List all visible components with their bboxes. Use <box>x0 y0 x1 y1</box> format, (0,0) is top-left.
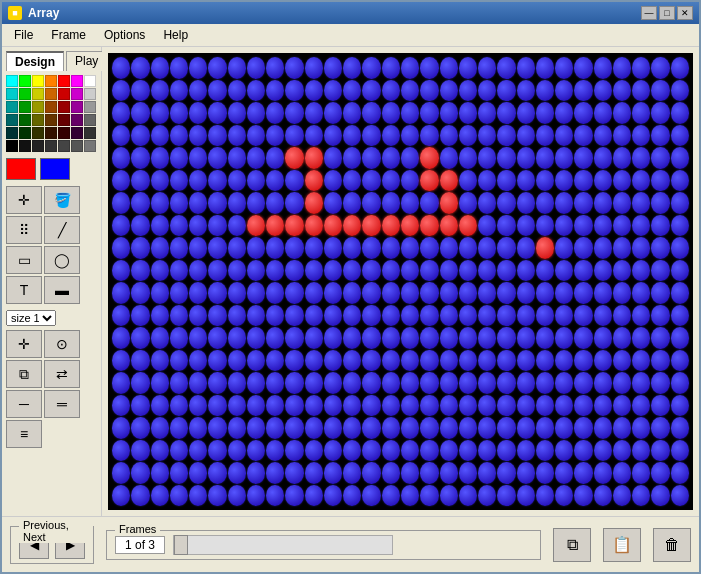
led-cell[interactable] <box>632 80 650 102</box>
led-cell[interactable] <box>324 485 342 507</box>
led-cell[interactable] <box>632 417 650 439</box>
led-cell[interactable] <box>420 102 438 124</box>
led-cell[interactable] <box>497 125 515 147</box>
led-cell[interactable] <box>555 372 573 394</box>
led-cell[interactable] <box>285 462 303 484</box>
eyedropper-tool[interactable]: ✛ <box>6 186 42 214</box>
led-cell[interactable] <box>497 372 515 394</box>
led-cell[interactable] <box>343 485 361 507</box>
led-cell[interactable] <box>555 260 573 282</box>
led-cell[interactable] <box>170 462 188 484</box>
ellipse-tool[interactable]: ◯ <box>44 246 80 274</box>
led-cell[interactable] <box>285 80 303 102</box>
led-cell[interactable] <box>228 282 246 304</box>
led-cell[interactable] <box>594 485 612 507</box>
led-cell[interactable] <box>305 260 323 282</box>
led-cell[interactable] <box>382 395 400 417</box>
led-cell[interactable] <box>324 372 342 394</box>
led-cell[interactable] <box>536 305 554 327</box>
led-cell[interactable] <box>651 372 669 394</box>
led-cell[interactable] <box>131 327 149 349</box>
led-cell[interactable] <box>151 237 169 259</box>
led-cell[interactable] <box>228 372 246 394</box>
led-cell[interactable] <box>170 417 188 439</box>
led-cell[interactable] <box>536 192 554 214</box>
led-cell[interactable] <box>440 80 458 102</box>
led-cell[interactable] <box>555 395 573 417</box>
led-cell[interactable] <box>382 237 400 259</box>
led-cell[interactable] <box>651 170 669 192</box>
led-cell[interactable] <box>285 237 303 259</box>
led-cell[interactable] <box>440 125 458 147</box>
led-cell[interactable] <box>112 417 130 439</box>
led-cell[interactable] <box>382 170 400 192</box>
led-cell[interactable] <box>305 350 323 372</box>
led-cell[interactable] <box>497 485 515 507</box>
palette-color[interactable] <box>45 127 57 139</box>
led-cell[interactable] <box>208 260 226 282</box>
led-cell[interactable] <box>131 102 149 124</box>
led-cell[interactable] <box>285 305 303 327</box>
led-cell[interactable] <box>112 305 130 327</box>
led-cell[interactable] <box>632 215 650 237</box>
led-cell[interactable] <box>459 102 477 124</box>
led-cell[interactable] <box>324 80 342 102</box>
led-cell[interactable] <box>382 282 400 304</box>
led-cell[interactable] <box>459 57 477 79</box>
led-cell[interactable] <box>285 440 303 462</box>
led-cell[interactable] <box>497 440 515 462</box>
led-cell[interactable] <box>555 57 573 79</box>
led-cell[interactable] <box>228 305 246 327</box>
led-cell[interactable] <box>574 372 592 394</box>
led-cell[interactable] <box>228 125 246 147</box>
palette-color[interactable] <box>58 140 70 152</box>
palette-color[interactable] <box>84 75 96 87</box>
copy-frame-tool[interactable]: ⧉ <box>6 360 42 388</box>
led-cell[interactable] <box>228 147 246 169</box>
led-cell[interactable] <box>382 485 400 507</box>
led-cell[interactable] <box>247 372 265 394</box>
led-cell[interactable] <box>170 305 188 327</box>
delete-action-button[interactable]: 🗑 <box>653 528 691 562</box>
led-cell[interactable] <box>671 192 689 214</box>
led-cell[interactable] <box>189 327 207 349</box>
led-cell[interactable] <box>208 170 226 192</box>
led-cell[interactable] <box>671 417 689 439</box>
led-cell[interactable] <box>440 485 458 507</box>
led-cell[interactable] <box>266 462 284 484</box>
led-cell[interactable] <box>478 102 496 124</box>
led-cell[interactable] <box>497 260 515 282</box>
led-cell[interactable] <box>189 417 207 439</box>
led-cell[interactable] <box>536 372 554 394</box>
led-cell[interactable] <box>651 395 669 417</box>
led-cell[interactable] <box>362 170 380 192</box>
led-cell[interactable] <box>189 237 207 259</box>
led-cell[interactable] <box>266 192 284 214</box>
led-cell[interactable] <box>459 417 477 439</box>
palette-color[interactable] <box>6 114 18 126</box>
led-cell[interactable] <box>401 327 419 349</box>
led-cell[interactable] <box>285 102 303 124</box>
led-cell[interactable] <box>459 485 477 507</box>
led-cell[interactable] <box>208 102 226 124</box>
palette-color[interactable] <box>32 88 44 100</box>
led-cell[interactable] <box>285 395 303 417</box>
led-cell[interactable] <box>266 417 284 439</box>
led-cell[interactable] <box>555 125 573 147</box>
led-cell[interactable] <box>170 485 188 507</box>
led-cell[interactable] <box>170 282 188 304</box>
led-cell[interactable] <box>459 215 477 237</box>
led-cell[interactable] <box>382 80 400 102</box>
led-cell[interactable] <box>401 102 419 124</box>
led-cell[interactable] <box>266 282 284 304</box>
led-cell[interactable] <box>440 147 458 169</box>
led-cell[interactable] <box>189 125 207 147</box>
text-tool[interactable]: T <box>6 276 42 304</box>
led-cell[interactable] <box>632 192 650 214</box>
led-cell[interactable] <box>497 395 515 417</box>
led-cell[interactable] <box>420 215 438 237</box>
led-cell[interactable] <box>247 417 265 439</box>
led-cell[interactable] <box>478 327 496 349</box>
led-cell[interactable] <box>362 485 380 507</box>
maximize-button[interactable]: □ <box>659 6 675 20</box>
